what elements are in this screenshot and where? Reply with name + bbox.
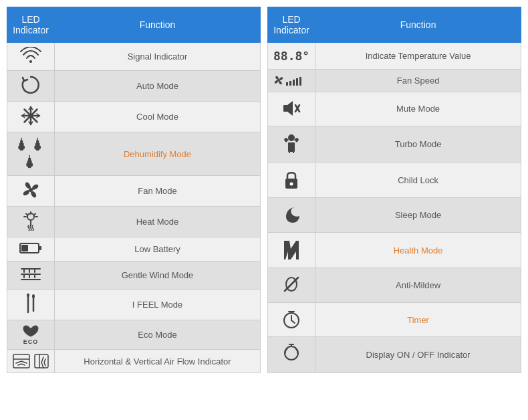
icon-heat <box>7 207 55 237</box>
icon-eco: ECO <box>7 320 55 350</box>
func-heat: Heat Mode <box>55 207 261 237</box>
table-row: Anti-Mildew <box>268 268 521 302</box>
table-row: Child Lock <box>268 162 521 198</box>
icon-sleep <box>268 198 315 232</box>
svg-line-19 <box>34 214 35 215</box>
icon-ifeel <box>7 290 55 320</box>
svg-rect-43 <box>283 105 287 112</box>
icon-auto <box>7 71 55 102</box>
svg-rect-47 <box>288 142 295 152</box>
table-row: Cool Mode <box>7 102 261 132</box>
icon-mute <box>268 92 315 126</box>
svg-point-14 <box>29 188 33 192</box>
table-row: 🌢🌢🌢 Dehumidify Mode <box>7 132 261 176</box>
func-display: Display ON / OFF Indicator <box>315 337 521 373</box>
func-sleep: Sleep Mode <box>315 198 521 232</box>
table-row: 88.8° Indicate Temperature Value <box>268 43 521 70</box>
left-header-function: Function <box>55 7 261 43</box>
func-turbo: Turbo Mode <box>315 126 521 162</box>
icon-display <box>268 337 315 373</box>
func-fanspeed: Fan Speed <box>315 69 521 92</box>
table-row: Display ON / OFF Indicator <box>268 337 521 373</box>
icon-gentlewind <box>7 261 55 290</box>
table-row: Heat Mode <box>7 207 261 237</box>
func-antimildew: Anti-Mildew <box>315 268 521 302</box>
icon-dehumid: 🌢🌢🌢 <box>7 132 55 176</box>
svg-point-51 <box>290 182 293 185</box>
table-row: Timer <box>268 302 521 336</box>
icon-temp: 88.8° <box>268 43 315 70</box>
func-airflow: Horizontal & Vertical Air Flow Indicator <box>55 350 261 373</box>
svg-point-5 <box>29 114 33 118</box>
table-row: Health Mode <box>268 232 521 268</box>
icon-cool <box>7 102 55 132</box>
svg-line-55 <box>291 320 295 323</box>
tables-wrapper: LED Indicator Function Signal Indicator <box>7 7 521 373</box>
icon-turbo <box>268 126 315 162</box>
left-table: LED Indicator Function Signal Indicator <box>7 7 261 373</box>
table-row: ECO Eco Mode <box>7 320 261 350</box>
func-ifeel: I FEEL Mode <box>55 290 261 320</box>
svg-point-46 <box>288 134 295 141</box>
table-row: Fan Mode <box>7 176 261 207</box>
func-signal: Signal Indicator <box>55 43 261 71</box>
func-gentlewind: Gentle Wind Mode <box>55 261 261 290</box>
icon-battery <box>7 237 55 261</box>
icon-childlock <box>268 162 315 198</box>
func-cool: Cool Mode <box>55 102 261 132</box>
table-row: Low Battery <box>7 237 261 261</box>
left-header-indicator: LED Indicator <box>7 7 55 43</box>
func-mute: Mute Mode <box>315 92 521 126</box>
icon-fanspeed <box>268 69 315 92</box>
icon-fan <box>7 176 55 207</box>
icon-antimildew <box>268 268 315 302</box>
table-row: Turbo Mode <box>268 126 521 162</box>
func-auto: Auto Mode <box>55 71 261 102</box>
right-table: LED Indicator Function 88.8° Indicate Te… <box>267 7 521 373</box>
table-row: Gentle Wind Mode <box>7 261 261 290</box>
svg-point-36 <box>27 294 29 297</box>
table-row: Fan Speed <box>268 69 521 92</box>
icon-timer <box>268 302 315 336</box>
icon-airflow <box>7 350 55 373</box>
right-header-indicator: LED Indicator <box>268 7 315 43</box>
func-fan: Fan Mode <box>55 176 261 207</box>
table-row: Signal Indicator <box>7 43 261 71</box>
svg-point-37 <box>32 294 35 298</box>
table-row: Horizontal & Vertical Air Flow Indicator <box>7 350 261 373</box>
func-battery: Low Battery <box>55 237 261 261</box>
func-health: Health Mode <box>315 232 521 268</box>
table-row: Auto Mode <box>7 71 261 102</box>
right-header-function: Function <box>315 7 521 43</box>
func-childlock: Child Lock <box>315 162 521 198</box>
func-dehumid: Dehumidify Mode <box>55 132 261 176</box>
svg-rect-24 <box>39 246 41 250</box>
func-eco: Eco Mode <box>55 320 261 350</box>
svg-rect-23 <box>21 245 28 251</box>
icon-health <box>268 232 315 268</box>
func-temp: Indicate Temperature Value <box>315 43 521 70</box>
table-row: Sleep Mode <box>268 198 521 232</box>
svg-line-18 <box>26 214 27 215</box>
icon-wifi <box>7 43 55 71</box>
table-row: Mute Mode <box>268 92 521 126</box>
svg-point-0 <box>29 60 32 63</box>
func-timer: Timer <box>315 302 521 336</box>
table-row: I FEEL Mode <box>7 290 261 320</box>
